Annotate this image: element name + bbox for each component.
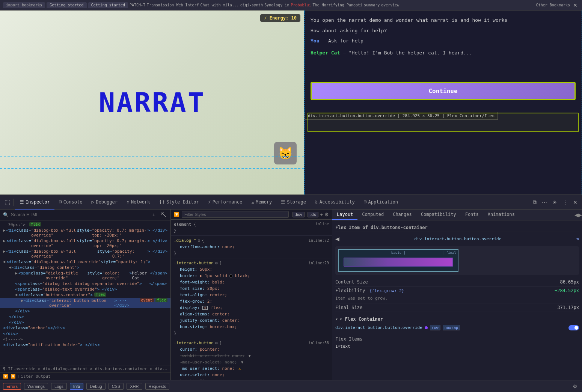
requests-button[interactable]: Requests xyxy=(145,383,169,390)
xhr-button[interactable]: XHR xyxy=(127,383,142,390)
css-rule-interact-header-1: .interact-button ⚙ { inline:29 xyxy=(171,260,332,266)
html-line[interactable]: </div> xyxy=(0,331,170,336)
tab-debugger[interactable]: ▷ Debugger xyxy=(87,195,122,210)
tab-console[interactable]: ⊡ Console xyxy=(54,195,87,210)
css-prop-justify-content[interactable]: justify-content: center; xyxy=(171,317,332,324)
css-prop-user-select[interactable]: user-select: none; xyxy=(171,372,332,378)
css-prop-align-items[interactable]: align-items: center; xyxy=(171,311,332,317)
more-tools-button[interactable]: ⋯ xyxy=(540,199,549,206)
css-rule-dialog-header: .dialog * ⚙ { inline:72 xyxy=(171,237,332,244)
html-line[interactable]: <span class="dialog-text dialog-separato… xyxy=(0,281,170,286)
css-prop-flex-grow[interactable]: flex-grow: 2; xyxy=(171,298,332,305)
browser-tab[interactable]: Getting started xyxy=(47,2,86,8)
html-line[interactable]: <!-----> xyxy=(0,336,170,342)
cat-avatar: 😸 xyxy=(274,142,297,164)
continue-button[interactable]: Continue xyxy=(311,82,576,100)
css-rule-interact-header-2: .interact-button ⚙ { inline:38 xyxy=(171,340,332,346)
html-line[interactable]: ▶ <div class="dialog-box w-full override… xyxy=(0,249,170,259)
tab-accessibility[interactable]: ♿ Accessibility xyxy=(311,195,359,210)
html-line[interactable]: ▼ <div class="dialog-content" > xyxy=(0,265,170,270)
flex-dot-indicator xyxy=(425,326,428,329)
flex-container-section: ▾ ▾ Flex Container div.interact-button.b… xyxy=(335,315,579,332)
html-line[interactable]: </div> xyxy=(0,308,170,314)
css-prop-font-weight[interactable]: font-weight: bold; xyxy=(171,279,332,285)
css-prop-height[interactable]: height: 50px; xyxy=(171,266,332,273)
dialog-you-dash: – Ask for help xyxy=(322,38,363,44)
tab-fonts[interactable]: Fonts xyxy=(461,210,483,220)
browser-tab[interactable]: Getting started xyxy=(88,2,128,8)
html-line[interactable]: ▶ <div class="dialog-box w-full override… xyxy=(0,238,170,249)
tab-animations[interactable]: Animations xyxy=(483,210,519,220)
css-prop-border[interactable]: border: ▶ 1px solid black; xyxy=(171,273,332,279)
html-line[interactable]: ▼ <div class="buttons-container" > flex xyxy=(0,292,170,298)
css-prop-cursor[interactable]: cursor: pointer; xyxy=(171,346,332,353)
css-prop-font-size[interactable]: font-size: 20px; xyxy=(171,285,332,292)
close-window-button[interactable]: ✕ xyxy=(571,2,579,9)
application-icon: ⊞ xyxy=(364,199,367,205)
html-line[interactable]: ▶ <div class="dialog-box w-full override… xyxy=(0,228,170,238)
layout-arrow-icon: ⇅ xyxy=(576,236,579,241)
tab-network[interactable]: ↕ Network xyxy=(122,195,154,210)
continue-button-wrapper[interactable]: Continue xyxy=(311,82,576,100)
tab-style-editor[interactable]: {} Style Editor xyxy=(154,195,203,210)
css-prop-ms-user-select[interactable]: -ms-user-select: none; ⚠ xyxy=(171,365,332,372)
html-line[interactable]: 70px;"> flex xyxy=(0,222,170,228)
tab-performance[interactable]: ⚡ Performance xyxy=(204,195,247,210)
css-settings-button[interactable]: ⚙ xyxy=(324,212,329,217)
settings-button[interactable]: ⋮ xyxy=(561,199,569,206)
tab-compatibility[interactable]: Compatibility xyxy=(416,210,461,220)
devtools: ⬚ ☰ Inspector ⊡ Console ▷ Debugger ↕ Net… xyxy=(0,194,582,392)
css-prop-webkit-user-select[interactable]: -webkit-user-select: none; ▼ xyxy=(171,353,332,359)
console-settings-button[interactable]: ⚙ xyxy=(571,383,579,390)
html-line[interactable]: <div class="anchor" ></div> xyxy=(0,325,170,331)
logs-button[interactable]: Logs xyxy=(51,383,67,390)
html-line[interactable]: <span class="dialog-text override" > </d… xyxy=(0,286,170,292)
flexibility-label: Flexibility {flex-grow: 2} xyxy=(335,288,404,293)
add-rule-button[interactable]: + xyxy=(320,212,323,217)
add-html-button[interactable]: + xyxy=(151,211,157,219)
flex-toggle[interactable] xyxy=(568,325,579,330)
warnings-button[interactable]: Warnings xyxy=(24,383,48,390)
css-prop-display[interactable]: display: ⊟ flex; xyxy=(171,305,332,311)
flex-container-header[interactable]: ▾ ▾ Flex Container xyxy=(335,315,579,323)
css-prop-overflow-anchor[interactable]: overflow-anchor: none; xyxy=(171,244,332,250)
browser-tab[interactable]: import bookmarks xyxy=(3,2,45,8)
html-search-input[interactable] xyxy=(11,212,149,217)
html-line[interactable]: ▼ <div class="dialog-box w-full override… xyxy=(0,259,170,265)
energy-badge: ⚡ Energy: 10 xyxy=(260,14,300,22)
html-line-selected[interactable]: ▶ <div class="interact-button button ove… xyxy=(0,298,170,308)
theme-toggle-button[interactable]: ☀ xyxy=(551,199,559,206)
tab-application[interactable]: ⊞ Application xyxy=(359,195,403,210)
pick-element-button[interactable]: ⛏ xyxy=(159,211,167,219)
errors-button[interactable]: Errors xyxy=(3,383,21,390)
bottom-bar: Errors Warnings Logs Info Debug CSS XHR … xyxy=(0,380,582,392)
info-button[interactable]: Info xyxy=(70,383,83,390)
tab-inspector[interactable]: ☰ Inspector xyxy=(15,195,54,210)
cls-button[interactable]: .cls xyxy=(308,212,318,217)
hov-button[interactable]: :hov xyxy=(293,212,305,217)
html-line[interactable]: </div> xyxy=(0,320,170,325)
close-devtools-button[interactable]: ✕ xyxy=(571,199,579,206)
tab-memory[interactable]: ☁ Memory xyxy=(247,195,276,210)
inspector-pointer-button[interactable]: ⬚ xyxy=(3,198,12,207)
css-prop-box-sizing[interactable]: box-sizing: border-box; xyxy=(171,324,332,330)
tab-debugger-label: Debugger xyxy=(96,199,118,205)
debug-button[interactable]: Debug xyxy=(86,383,105,390)
new-window-button[interactable]: ⧉ xyxy=(531,198,538,206)
html-line[interactable]: ▶ <span class="dialog-title override" st… xyxy=(0,270,170,281)
scroll-tabs-left[interactable]: ◀ xyxy=(574,210,578,220)
tab-storage[interactable]: ☰ Storage xyxy=(276,195,311,210)
tab-inspector-label: Inspector xyxy=(26,199,50,205)
html-line[interactable]: </div> xyxy=(0,314,170,320)
scroll-tabs-right[interactable]: ▶ xyxy=(578,210,582,220)
html-line[interactable]: <div class="notification_holder" > </div… xyxy=(0,342,170,348)
basis-label: basis | xyxy=(391,251,406,255)
tab-computed[interactable]: Computed xyxy=(357,210,388,220)
css-prop-text-align[interactable]: text-align: center; xyxy=(171,292,332,298)
css-filter-input[interactable] xyxy=(182,211,289,218)
css-button[interactable]: CSS xyxy=(109,383,124,390)
tab-layout[interactable]: Layout xyxy=(332,210,357,220)
css-prop-moz-user-select[interactable]: -moz-user-select: none; ▼ xyxy=(171,359,332,365)
tab-changes[interactable]: Changes xyxy=(388,210,416,220)
layout-prev-button[interactable]: ◀ xyxy=(335,236,339,242)
